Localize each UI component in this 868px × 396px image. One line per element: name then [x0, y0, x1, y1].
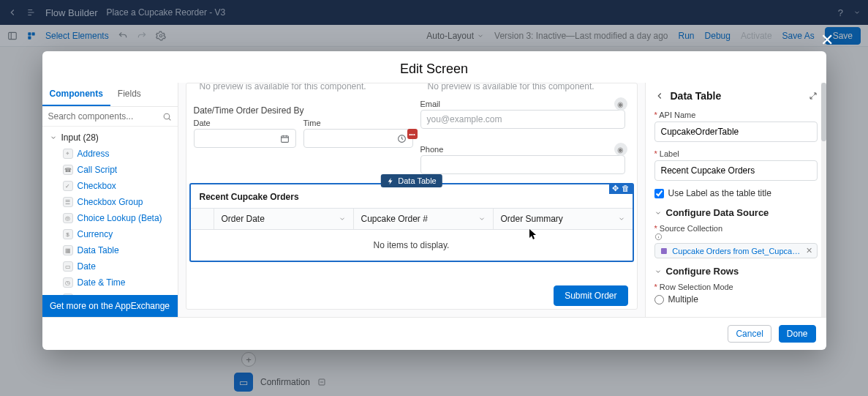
delete-icon[interactable]: 🗑	[622, 184, 630, 193]
table-empty-message: No items to display.	[191, 230, 633, 261]
comp-checkbox[interactable]: ✓Checkbox	[42, 178, 178, 194]
use-label-checkbox[interactable]	[654, 189, 664, 198]
clock-icon	[397, 134, 407, 143]
row-selection-label: * Row Selection Mode	[654, 283, 818, 291]
section-configure-data-source[interactable]: Configure Data Source	[654, 207, 818, 218]
component-actions[interactable]: ✥ 🗑	[609, 183, 633, 194]
comp-icon: ✓	[63, 181, 73, 191]
comp-date[interactable]: ▭Date	[42, 258, 178, 274]
comp-icon: ◎	[63, 213, 73, 223]
search-icon[interactable]	[162, 112, 172, 122]
properties-title: Data Table	[671, 90, 803, 102]
chevron-down-icon	[50, 134, 57, 141]
section-configure-rows[interactable]: Configure Rows	[654, 266, 818, 277]
search-input[interactable]	[48, 111, 162, 122]
source-collection-pill[interactable]: Cupcake Orders from Get_Cupcak... ✕	[654, 243, 818, 258]
col-order-date[interactable]: Order Date	[214, 209, 354, 229]
comp-choice-lookup[interactable]: ◎Choice Lookup (Beta)	[42, 210, 178, 226]
source-collection-text: Cupcake Orders from Get_Cupcak...	[672, 247, 801, 255]
comp-icon: ▭	[63, 261, 73, 272]
comp-label: Checkbox Group	[78, 197, 143, 207]
date-input[interactable]	[194, 129, 296, 148]
cursor-icon	[529, 228, 537, 240]
data-table-badge: Data Table	[380, 174, 442, 187]
chevron-down-icon	[654, 209, 662, 217]
comp-data-table[interactable]: ▦Data Table	[42, 242, 178, 258]
modal-overlay: ✕ Edit Screen Components Fields	[0, 0, 868, 396]
table-title: Recent Cupcake Orders	[191, 184, 633, 208]
lightning-icon	[386, 177, 394, 185]
col-label: Order Summary	[501, 214, 563, 224]
back-icon[interactable]	[654, 91, 665, 101]
tab-components[interactable]: Components	[42, 83, 110, 106]
group-input[interactable]: Input (28)	[42, 130, 178, 146]
close-icon[interactable]: ✕	[820, 31, 834, 50]
date-label: Date	[194, 119, 296, 127]
col-cupcake-order-number[interactable]: Cupcake Order #	[354, 209, 494, 229]
tab-fields[interactable]: Fields	[110, 83, 148, 106]
time-input[interactable]	[303, 129, 413, 148]
data-table-badge-label: Data Table	[398, 176, 436, 185]
api-name-label: * API Name	[654, 111, 818, 119]
comp-icon: ⌖	[63, 149, 73, 159]
visibility-icon[interactable]: ◉	[614, 143, 627, 156]
phone-label: Phone	[420, 145, 625, 154]
svg-point-6	[164, 113, 170, 119]
appexchange-button[interactable]: Get more on the AppExchange	[42, 295, 178, 317]
calendar-icon	[280, 134, 290, 143]
phone-input[interactable]	[420, 155, 625, 174]
move-icon[interactable]: ✥	[612, 184, 619, 193]
properties-panel: Data Table * API Name * Label Use Label …	[645, 83, 826, 317]
chevron-down-icon	[654, 268, 662, 275]
svg-rect-7	[281, 135, 288, 142]
comp-address[interactable]: ⌖Address	[42, 146, 178, 162]
row-selection-multiple-radio[interactable]	[654, 295, 664, 305]
email-placeholder: you@example.com	[427, 114, 502, 124]
comp-icon: ◷	[63, 277, 73, 288]
api-name-input[interactable]	[654, 122, 818, 142]
comp-label: Data Table	[78, 245, 119, 255]
comp-label: Choice Lookup (Beta)	[78, 213, 162, 223]
col-order-summary[interactable]: Order Summary	[494, 209, 633, 229]
chevron-down-icon	[618, 215, 625, 223]
edit-screen-modal: ✕ Edit Screen Components Fields	[42, 51, 826, 350]
submit-order-button[interactable]: Submit Order	[554, 285, 627, 306]
done-button[interactable]: Done	[779, 325, 816, 343]
comp-label: Date	[78, 261, 96, 272]
modal-title: Edit Screen	[42, 51, 826, 83]
expand-icon[interactable]	[809, 91, 818, 100]
comp-icon: ▦	[63, 245, 73, 255]
time-label: Time	[303, 119, 413, 127]
screen-canvas: No preview is available for this compone…	[178, 83, 645, 317]
email-input[interactable]: you@example.com	[420, 110, 625, 129]
comp-currency[interactable]: $Currency	[42, 226, 178, 242]
comp-date-time[interactable]: ◷Date & Time	[42, 274, 178, 291]
comp-checkbox-group[interactable]: ☰Checkbox Group	[42, 194, 178, 210]
section-label: Configure Rows	[666, 266, 739, 277]
comp-label: Currency	[78, 229, 113, 239]
visibility-icon[interactable]: ◉	[614, 97, 627, 111]
components-panel: Components Fields Input (28) ⌖Address ☎C…	[42, 83, 178, 317]
no-preview-b: No preview is available for this compone…	[428, 83, 595, 91]
section-label: Configure Data Source	[666, 207, 769, 218]
cancel-button[interactable]: Cancel	[728, 325, 771, 343]
record-icon	[660, 247, 668, 255]
label-input[interactable]	[654, 160, 818, 181]
no-preview-a: No preview is available for this compone…	[200, 83, 366, 91]
group-input-label: Input (28)	[61, 132, 99, 143]
scrollbar[interactable]	[821, 83, 826, 317]
comp-icon: ☎	[63, 165, 73, 175]
comp-label: Address	[78, 149, 110, 159]
comp-icon: ☰	[63, 197, 73, 207]
info-icon[interactable]	[654, 233, 818, 241]
row-number-header	[191, 209, 214, 229]
dt-desired-label: Date/Time Order Desired By	[194, 105, 304, 116]
email-label: Email	[420, 100, 625, 108]
comp-label: Call Script	[78, 165, 118, 175]
comp-call-script[interactable]: ☎Call Script	[42, 162, 178, 178]
remove-pill-icon[interactable]: ✕	[806, 246, 812, 255]
data-table-component[interactable]: ✥ 🗑 Recent Cupcake Orders Order Date C	[189, 183, 634, 262]
row-selection-option: Multiple	[668, 294, 698, 305]
comp-label: Checkbox	[78, 181, 116, 191]
label-label: * Label	[654, 149, 818, 158]
